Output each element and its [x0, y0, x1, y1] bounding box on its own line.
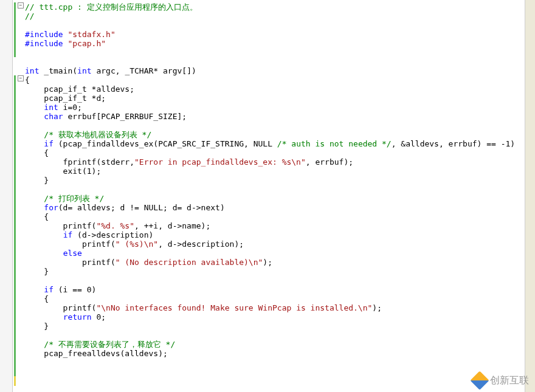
code-line[interactable]: #include "pcap.h"	[25, 39, 535, 48]
code-line[interactable]: printf(" (%s)\n", d->description);	[25, 239, 535, 249]
code-line[interactable]: exit(1);	[25, 167, 535, 176]
code-line[interactable]	[25, 276, 535, 285]
code-line[interactable]: // ttt.cpp : 定义控制台应用程序的入口点。	[25, 2, 535, 12]
code-line[interactable]	[25, 185, 535, 194]
logo-icon	[470, 371, 489, 390]
watermark: 创新互联	[473, 374, 529, 387]
code-editor: −− // ttt.cpp : 定义控制台应用程序的入口点。// #includ…	[0, 0, 535, 392]
code-area[interactable]: // ttt.cpp : 定义控制台应用程序的入口点。// #include "…	[24, 0, 535, 392]
code-line[interactable]: printf("\nNo interfaces found! Make sure…	[25, 303, 535, 312]
code-line[interactable]: int _tmain(int argc, _TCHAR* argv[])	[25, 66, 535, 75]
code-line[interactable]: /* 打印列表 */	[25, 194, 535, 203]
code-line[interactable]: {	[25, 212, 535, 221]
code-line[interactable]: }	[25, 267, 535, 276]
code-line[interactable]: if (i == 0)	[25, 285, 535, 294]
code-line[interactable]: {	[25, 148, 535, 157]
fold-toggle-icon[interactable]: −	[18, 2, 24, 9]
code-line[interactable]: #include "stdafx.h"	[25, 30, 535, 39]
code-line[interactable]	[25, 121, 535, 130]
change-mark	[14, 376, 16, 386]
code-line[interactable]: printf(" (No description available)\n");	[25, 258, 535, 267]
fold-toggle-icon[interactable]: −	[18, 75, 24, 81]
code-line[interactable]: /* 获取本地机器设备列表 */	[25, 130, 535, 139]
code-line[interactable]: fprintf(stderr,"Error in pcap_findalldev…	[25, 157, 535, 167]
change-margin	[13, 0, 18, 392]
code-line[interactable]: pcap_if_t *d;	[25, 94, 535, 103]
code-line[interactable]: pcap_if_t *alldevs;	[25, 84, 535, 94]
change-mark	[14, 2, 16, 57]
code-line[interactable]: }	[25, 176, 535, 185]
code-line[interactable]: }	[25, 322, 535, 331]
code-line[interactable]	[25, 331, 535, 340]
code-line[interactable]: /* 不再需要设备列表了，释放它 */	[25, 340, 535, 349]
code-line[interactable]: return 0;	[25, 312, 535, 322]
code-line[interactable]: {	[25, 75, 535, 84]
code-line[interactable]: int i=0;	[25, 103, 535, 112]
code-line[interactable]: else	[25, 249, 535, 258]
code-line[interactable]: char errbuf[PCAP_ERRBUF_SIZE];	[25, 112, 535, 121]
change-mark	[14, 75, 16, 376]
code-line[interactable]: if (d->description)	[25, 230, 535, 239]
code-line[interactable]: for(d= alldevs; d != NULL; d= d->next)	[25, 203, 535, 212]
code-line[interactable]	[25, 57, 535, 66]
code-line[interactable]	[25, 48, 535, 57]
code-line[interactable]: {	[25, 294, 535, 303]
fold-column[interactable]: −−	[18, 0, 24, 392]
line-gutter	[0, 0, 13, 392]
code-line[interactable]: printf("%d. %s", ++i, d->name);	[25, 221, 535, 230]
code-line[interactable]: pcap_freealldevs(alldevs);	[25, 349, 535, 358]
code-line[interactable]	[25, 21, 535, 30]
watermark-text: 创新互联	[490, 374, 529, 387]
vertical-scrollbar[interactable]	[525, 0, 535, 392]
code-line[interactable]: if (pcap_findalldevs_ex(PCAP_SRC_IF_STRI…	[25, 139, 535, 148]
code-line[interactable]: //	[25, 12, 535, 21]
